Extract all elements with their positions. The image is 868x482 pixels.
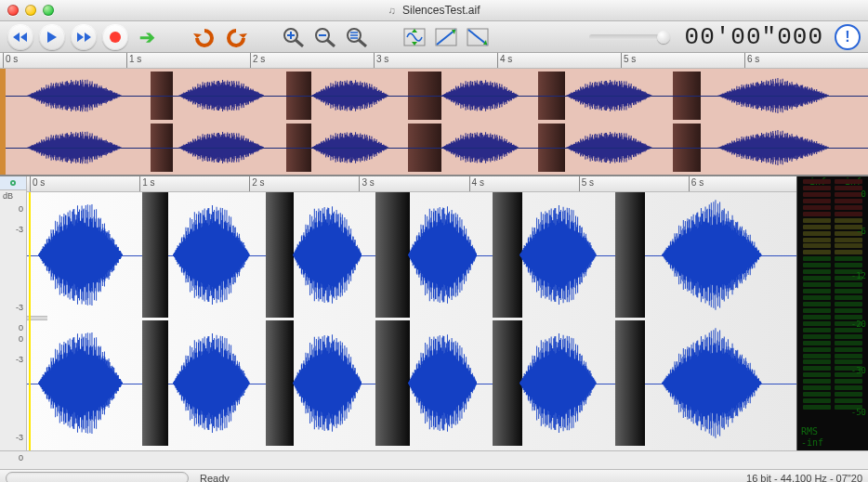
overview-silence-block (151, 124, 173, 172)
rewind-button[interactable] (7, 24, 33, 50)
track-settings-button[interactable] (0, 176, 26, 190)
track-channel-right (27, 320, 796, 446)
overview-time-ruler[interactable]: 0 s1 s2 s3 s4 s5 s6 s7 s (0, 53, 868, 69)
overview-waveform-burst (311, 72, 389, 120)
rewind-icon (13, 32, 28, 43)
redo-button[interactable] (223, 24, 249, 50)
overview-silence-block (408, 124, 441, 172)
meter-scale-tick: 0 (861, 189, 866, 199)
overview-waveform-burst (566, 124, 652, 172)
ruler-tick-label: 3 s (376, 54, 388, 64)
minimize-window-button[interactable] (25, 5, 36, 16)
waveform-tracks[interactable] (27, 192, 796, 450)
arrow-right-icon: ➔ (139, 26, 155, 48)
info-button[interactable]: ! (835, 24, 861, 50)
toolbar: ➔ 00'00"000 ! (0, 21, 868, 53)
ruler-tick-label: 1 s (129, 54, 141, 64)
silence-block[interactable] (142, 320, 167, 446)
window-title: SilencesTest.aif (402, 4, 480, 17)
info-icon: ! (845, 29, 849, 46)
silence-block[interactable] (266, 192, 295, 318)
zoom-fit-icon (346, 27, 368, 47)
gear-icon (7, 178, 19, 188)
ruler-tick-label: 4 s (500, 54, 512, 64)
timecode-display: 00'00"000 (685, 23, 823, 51)
play-icon (46, 31, 58, 44)
svg-line-9 (359, 40, 366, 46)
forward-icon (76, 32, 91, 43)
overview-silence-block (538, 124, 566, 172)
ruler-tick-label: 1 s (142, 177, 154, 188)
fade-out-icon (466, 27, 490, 47)
waveform-burst (173, 320, 250, 446)
volume-knob[interactable] (657, 31, 670, 44)
meter-footer-value: -inf (801, 437, 823, 449)
undo-button[interactable] (191, 24, 217, 50)
meter-scale-tick: -6 (856, 227, 866, 236)
fade-out-button[interactable] (465, 24, 491, 50)
db-tick: 0 (19, 204, 23, 214)
main-editor-area: dB 0-3-300-3-30 0 s1 s2 s3 s4 s5 s6 s7 s… (0, 176, 868, 450)
overview-silence-block (673, 124, 701, 172)
redo-icon (225, 27, 247, 47)
waveform-burst (408, 320, 478, 446)
waveform-burst (519, 320, 597, 446)
normalize-button[interactable] (401, 24, 427, 50)
waveform-burst (662, 320, 762, 446)
silence-block[interactable] (615, 320, 645, 446)
overview-silence-block (286, 72, 312, 120)
zoom-window-button[interactable] (43, 5, 54, 16)
waveform-burst (38, 320, 123, 446)
silence-block[interactable] (493, 320, 522, 446)
db-tick: -3 (16, 355, 23, 364)
main-time-ruler[interactable]: 0 s1 s2 s3 s4 s5 s6 s7 s (27, 176, 796, 192)
overview-waveform-burst (27, 124, 122, 172)
level-meters: -inf -inf 0-6-12-20-30-50 RMS -inf (796, 176, 868, 450)
silence-block[interactable] (375, 192, 410, 318)
db-tick: -3 (16, 433, 23, 442)
record-button[interactable] (102, 24, 128, 50)
playhead[interactable] (29, 192, 31, 450)
waveform-burst (173, 192, 250, 318)
status-text: Ready (200, 473, 230, 482)
next-marker-button[interactable]: ➔ (134, 24, 160, 50)
ruler-tick-label: 5 s (624, 54, 636, 64)
silence-block[interactable] (375, 320, 410, 446)
ruler-tick-label: 6 s (691, 177, 704, 188)
db-tick-labels: 0-3-300-3-30 (0, 204, 26, 450)
play-button[interactable] (39, 24, 65, 50)
overview-waveform-burst (717, 72, 830, 120)
silence-block[interactable] (615, 192, 645, 318)
volume-slider[interactable] (589, 34, 668, 40)
db-tick: -3 (16, 225, 23, 234)
undo-icon (193, 27, 216, 47)
overview-waveform-burst (27, 72, 122, 120)
ruler-tick-label: 4 s (472, 177, 484, 188)
fade-in-button[interactable] (433, 24, 459, 50)
zoom-out-button[interactable] (312, 24, 338, 50)
zoom-in-button[interactable] (281, 24, 307, 50)
overview-channel-right (6, 124, 868, 172)
silence-block[interactable] (142, 192, 167, 318)
silence-block[interactable] (266, 320, 295, 446)
forward-button[interactable] (71, 24, 97, 50)
meter-scale-tick: -50 (851, 408, 866, 417)
svg-line-2 (296, 40, 303, 46)
overview-waveform[interactable] (0, 69, 868, 176)
overview-waveform-burst (717, 124, 830, 172)
overview-waveform-burst (441, 124, 519, 172)
waveform-burst (38, 192, 123, 318)
silence-block[interactable] (493, 192, 522, 318)
close-window-button[interactable] (7, 5, 19, 16)
ruler-tick-label: 6 s (747, 54, 759, 64)
zoom-fit-button[interactable] (344, 24, 370, 50)
meter-channel-right (835, 179, 862, 424)
ruler-tick-label: 3 s (362, 177, 374, 188)
waveform-editor: 0 s1 s2 s3 s4 s5 s6 s7 s (27, 176, 796, 450)
overview-waveform-burst (566, 72, 652, 120)
ruler-tick-label: 2 s (253, 54, 265, 64)
meter-channel-left (803, 179, 831, 424)
document-icon: ♫ (388, 5, 396, 16)
overview-waveform-burst (311, 124, 389, 172)
overview-silence-block (286, 124, 312, 172)
